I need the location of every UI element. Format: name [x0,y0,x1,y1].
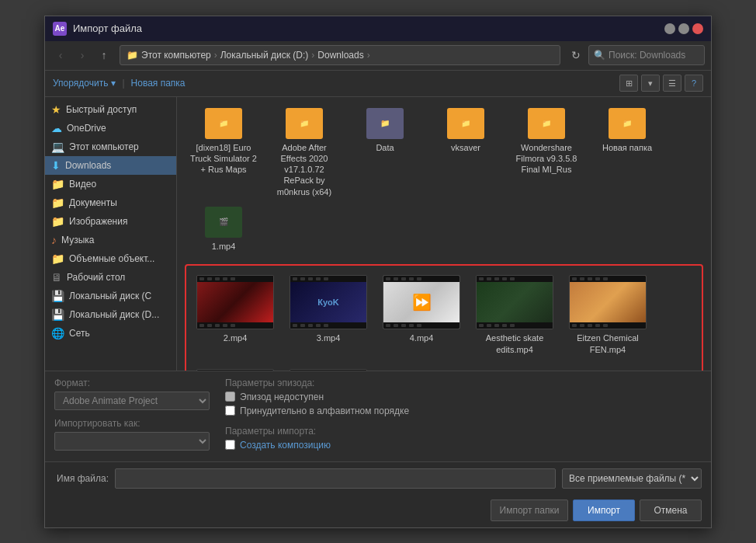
episode-params-label: Параметры эпизода: [225,378,409,388]
ets2-name: [dixen18] Euro Truck Simulator 2 + Rus M… [188,142,259,176]
file-area: 📁 [dixen18] Euro Truck Simulator 2 + Rus… [177,97,711,371]
play-forward-icon: ⏩ [412,293,432,312]
docs-folder-icon: 📁 [51,197,64,209]
alphabetical-row: Принудительно в алфавитном порядке [225,406,409,416]
filename-input[interactable] [115,468,556,489]
view-controls: ⊞ ▾ ☰ ? [619,75,703,92]
file-1mp4[interactable]: 🎬 1.mp4 [185,204,262,255]
maximize-button[interactable]: □ [678,23,689,34]
import-button[interactable]: Импорт [573,499,635,521]
view-toggle-button[interactable]: ⊞ [619,75,638,92]
sidebar-item-onedrive[interactable]: ☁ OneDrive [45,119,176,137]
file-vksaver[interactable]: 📁 vksaver [427,105,505,200]
create-composition-row: Создать композицию [225,440,409,451]
refresh-button[interactable]: ↻ [567,46,585,64]
up-button[interactable]: ↑ [95,46,113,64]
file-data[interactable]: 📁 Data [346,105,424,200]
sidebar-item-desktop[interactable]: 🖥 Рабочий стол [45,268,176,287]
back-button[interactable]: ‹ [51,46,70,64]
thumb-img-3mp4: КуoK [290,276,366,329]
file-2mp4[interactable]: 2.mp4 [192,272,278,358]
import-params-heading: Параметры импорта: [225,426,316,437]
vksaver-icon: 📁 [447,108,484,139]
create-composition-label[interactable]: Создать композицию [240,440,331,451]
network-icon: 🌐 [51,327,64,339]
import-as-select[interactable] [54,432,210,451]
file-4mp4[interactable]: ⏩ 4.mp4 [379,272,464,358]
sidebar-label-music: Музыка [61,235,94,245]
sidebar-label-desktop: Рабочий стол [67,272,125,283]
close-button[interactable]: ✕ [692,23,703,34]
kyok-text: КуoK [317,298,339,307]
sidebar-item-images[interactable]: 📁 Изображения [45,212,176,231]
file-aesthetic[interactable]: Aesthetic skate edits.mp4 [472,272,557,358]
breadcrumb: 📁 Этот компьютер › Локальный диск (D:) ›… [120,45,560,65]
filmora-icon: 📁 [528,108,565,139]
1mp4-icon: 🎬 [205,207,242,238]
film-strip-top-4mp4 [383,276,459,282]
thumb-name-4mp4: 4.mp4 [410,332,434,343]
create-composition-checkbox[interactable] [225,440,235,450]
file-ets2[interactable]: 📁 [dixen18] Euro Truck Simulator 2 + Rus… [185,105,262,200]
film-strip-bottom-4mp4 [383,322,459,329]
alphabetical-checkbox[interactable] [225,406,235,416]
file-filmora[interactable]: 📁 Wondershare Filmora v9.3.5.8 Final MI_… [508,105,585,200]
file-ae[interactable]: 📁 Adobe After Effects 2020 v17.1.0.72 Re… [265,105,343,200]
file-3mp4[interactable]: КуoK 3.mp4 [286,272,371,358]
view-dropdown-button[interactable]: ▾ [641,75,660,92]
sidebar-item-music[interactable]: ♪ Музыка [45,231,176,249]
import-dialog: Ae Импорт файла – □ ✕ ‹ › ↑ 📁 Этот компь… [44,16,712,528]
drive-c-icon: 💾 [51,290,64,302]
new-folder-button[interactable]: Новая папка [131,78,186,89]
episode-unavailable-row: Эпизод недоступен [225,392,409,402]
music-icon: ♪ [51,234,57,246]
sidebar-item-video[interactable]: 📁 Видео [45,175,176,193]
images-folder-icon: 📁 [51,215,64,228]
sidebar-label-quick-access: Быстрый доступ [66,104,137,115]
bottom-panel: Формат: Adobe Animate Project Импортиров… [45,371,711,461]
episode-unavailable-checkbox[interactable] [225,392,235,402]
import-as-label: Импортировать как: [54,418,210,429]
title-bar: Ae Импорт файла – □ ✕ [45,16,711,41]
format-row: Формат: Adobe Animate Project Импортиров… [54,378,702,451]
sidebar-item-local-c[interactable]: 💾 Локальный диск (С [45,287,176,305]
filename-label: Имя файла: [54,473,109,484]
organize-button[interactable]: Упорядочить ▾ [53,78,116,89]
thumb-frame-eitzen [569,275,647,329]
format-select[interactable]: Adobe Animate Project [54,392,210,410]
thumbnails-grid: 2.mp4 [192,272,695,370]
file-eitzen[interactable]: Eitzen Chemical FEN.mp4 [565,272,650,358]
dialog-title: Импорт файла [73,23,664,34]
help-button[interactable]: ? [685,75,703,92]
import-folder-button[interactable]: Импорт папки [491,499,568,521]
film-strip-bottom-2mp4 [197,322,273,329]
sidebar-item-network[interactable]: 🌐 Сеть [45,324,176,343]
thumb-name-2mp4: 2.mp4 [224,332,248,343]
breadcrumb-pc: Этот компьютер [141,50,211,61]
filetype-select[interactable]: Все приемлемые файлы (*.fla [562,468,702,489]
3d-folder-icon: 📁 [51,252,64,265]
minimize-button[interactable]: – [664,23,675,34]
film-strip-bottom-3mp4 [290,322,366,329]
window-controls: – □ ✕ [664,23,703,34]
file-new-folder[interactable]: 📁 Новая папка [588,105,666,200]
filename-row: Имя файла: Все приемлемые файлы (*.fla [45,461,711,495]
sidebar-item-documents[interactable]: 📁 Документы [45,193,176,212]
sidebar-item-3d-objects[interactable]: 📁 Объемные объект... [45,249,176,268]
file-videoplay[interactable]: 🤲 videoplayback.mp4 [286,366,371,371]
sidebar-label-network: Сеть [69,328,90,339]
search-box[interactable]: 🔍 Поиск: Downloads [588,45,705,65]
file-ngo[interactable]: 👤 NGO Project_Mask.mp4 [192,366,278,371]
action-row: Импорт папки Импорт Отмена [45,495,711,527]
sidebar-item-this-pc[interactable]: 💻 Этот компьютер [45,137,176,156]
sidebar-item-local-d[interactable]: 💾 Локальный диск (D... [45,305,176,324]
sidebar-item-quick-access[interactable]: ★ Быстрый доступ [45,100,176,119]
thumb-img-2mp4 [197,276,273,329]
forward-button[interactable]: › [73,46,92,64]
cancel-button[interactable]: Отмена [640,499,702,521]
breadcrumb-folder-icon: 📁 [127,50,138,61]
breadcrumb-sep1: › [214,50,217,61]
sidebar-item-downloads[interactable]: ⬇ Downloads [45,156,176,175]
details-button[interactable]: ☰ [663,75,681,92]
film-strip-top-aesthetic [477,276,553,282]
